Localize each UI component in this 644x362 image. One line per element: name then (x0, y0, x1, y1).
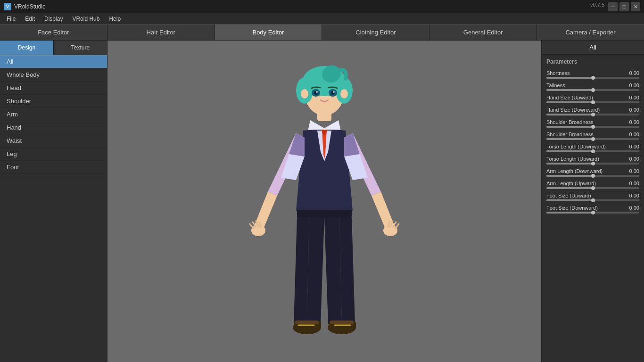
svg-point-12 (301, 89, 308, 99)
window-controls: v0.7.5 ─ □ ✕ (590, 2, 640, 11)
app-icon: V (4, 3, 11, 10)
param-slider-2[interactable] (546, 101, 639, 103)
param-name-6: Torso Length (Downward) (546, 144, 606, 149)
menubar: FileEditDisplayVRoid HubHelp (0, 13, 644, 25)
param-value-9: 0.00 (629, 181, 639, 186)
maximize-button[interactable]: □ (619, 2, 629, 11)
sidebar-tab-texture[interactable]: Texture (54, 41, 107, 55)
param-item-3: Hand Size (Downward)0.00 (542, 106, 644, 118)
nav-item-foot[interactable]: Foot (0, 161, 107, 174)
param-item-6: Torso Length (Downward)0.00 (542, 142, 644, 155)
menu-item-display[interactable]: Display (40, 15, 67, 23)
nav-item-all[interactable]: All (0, 55, 107, 68)
svg-rect-22 (330, 321, 354, 324)
tab-body[interactable]: Body Editor (215, 25, 322, 40)
param-name-9: Arm Length (Upward) (546, 181, 596, 186)
param-value-10: 0.00 (629, 193, 639, 198)
param-name-0: Shortness (546, 70, 570, 76)
param-value-4: 0.00 (629, 119, 639, 125)
param-value-0: 0.00 (629, 70, 639, 76)
param-slider-4[interactable] (546, 126, 639, 128)
menu-item-edit[interactable]: Edit (20, 15, 40, 23)
param-value-8: 0.00 (629, 168, 639, 174)
nav-item-shoulder[interactable]: Shoulder (0, 95, 107, 108)
tab-hair[interactable]: Hair Editor (107, 25, 215, 40)
menu-item-help[interactable]: Help (104, 15, 125, 23)
svg-point-13 (340, 89, 348, 99)
menu-item-file[interactable]: File (2, 15, 20, 23)
app-title: VRoidStudio (14, 3, 46, 10)
param-name-7: Torso Length (Upward) (546, 156, 599, 162)
param-name-10: Foot Size (Upward) (546, 193, 591, 198)
titlebar: V VRoidStudio v0.7.5 ─ □ ✕ (0, 0, 644, 13)
param-item-0: Shortness0.00 (542, 69, 644, 81)
tab-camera[interactable]: Camera / Exporter (537, 25, 644, 40)
tab-face[interactable]: Face Editor (0, 25, 107, 40)
param-slider-8[interactable] (546, 175, 639, 177)
character-svg (244, 60, 405, 343)
nav-item-waist[interactable]: Waist (0, 134, 107, 148)
tabbar: Face EditorHair EditorBody EditorClothin… (0, 25, 644, 41)
param-slider-1[interactable] (546, 89, 639, 91)
right-panel: All Parameters Shortness0.00Tallness0.00… (541, 41, 644, 362)
param-item-9: Arm Length (Upward)0.00 (542, 179, 644, 191)
main-layout: DesignTexture AllWhole BodyHeadShoulderA… (0, 41, 644, 362)
param-item-5: Shoulder Broadness0.00 (542, 130, 644, 142)
param-item-2: Hand Size (Upward)0.00 (542, 93, 644, 106)
minimize-button[interactable]: ─ (608, 2, 618, 11)
tab-clothing[interactable]: Clothing Editor (322, 25, 429, 40)
param-value-2: 0.00 (629, 95, 639, 100)
sidebar-tabs: DesignTexture (0, 41, 107, 55)
version-label: v0.7.5 (590, 2, 604, 11)
param-value-1: 0.00 (629, 82, 639, 88)
svg-rect-19 (295, 321, 319, 324)
nav-list: AllWhole BodyHeadShoulderArmHandWaistLeg… (0, 55, 107, 362)
param-value-11: 0.00 (629, 205, 639, 211)
param-slider-7[interactable] (546, 163, 639, 165)
param-name-11: Foot Size (Downward) (546, 205, 598, 211)
param-slider-5[interactable] (546, 138, 639, 140)
nav-item-leg[interactable]: Leg (0, 148, 107, 161)
param-item-10: Foot Size (Upward)0.00 (542, 191, 644, 204)
titlebar-left: V VRoidStudio (4, 3, 46, 10)
param-slider-10[interactable] (546, 199, 639, 201)
param-name-2: Hand Size (Upward) (546, 95, 593, 100)
panel-header: All (542, 41, 644, 55)
character-display (107, 41, 541, 362)
param-slider-9[interactable] (546, 187, 639, 189)
param-value-7: 0.00 (629, 156, 639, 162)
svg-point-10 (316, 91, 318, 93)
param-slider-3[interactable] (546, 114, 639, 115)
nav-item-whole-body[interactable]: Whole Body (0, 68, 107, 82)
sidebar-tab-design[interactable]: Design (0, 41, 54, 55)
nav-item-arm[interactable]: Arm (0, 108, 107, 121)
menu-item-vroid hub[interactable]: VRoid Hub (67, 15, 104, 23)
param-name-1: Tallness (546, 82, 565, 88)
param-item-7: Torso Length (Upward)0.00 (542, 155, 644, 167)
svg-rect-16 (297, 210, 352, 217)
tab-general[interactable]: General Editor (429, 25, 537, 40)
param-value-6: 0.00 (629, 144, 639, 149)
param-item-1: Tallness0.00 (542, 81, 644, 93)
params-label: Parameters (542, 55, 644, 67)
param-name-8: Arm Length (Downward) (546, 168, 603, 174)
param-item-11: Foot Size (Downward)0.00 (542, 204, 644, 216)
nav-item-hand[interactable]: Hand (0, 121, 107, 134)
close-button[interactable]: ✕ (631, 2, 640, 11)
params-list: Shortness0.00Tallness0.00Hand Size (Upwa… (542, 67, 644, 362)
sidebar: DesignTexture AllWhole BodyHeadShoulderA… (0, 41, 107, 362)
param-slider-11[interactable] (546, 212, 639, 214)
param-item-8: Arm Length (Downward)0.00 (542, 167, 644, 179)
param-name-4: Shoulder Broadness (546, 119, 594, 125)
param-slider-0[interactable] (546, 77, 639, 79)
param-slider-6[interactable] (546, 150, 639, 152)
param-item-4: Shoulder Broadness0.00 (542, 118, 644, 130)
viewport (107, 41, 541, 362)
svg-point-11 (333, 91, 335, 93)
param-value-5: 0.00 (629, 132, 639, 137)
param-name-3: Hand Size (Downward) (546, 107, 600, 113)
param-name-5: Shoulder Broadness (546, 132, 594, 137)
panel-header-label: All (589, 44, 596, 51)
nav-item-head[interactable]: Head (0, 82, 107, 95)
param-value-3: 0.00 (629, 107, 639, 113)
